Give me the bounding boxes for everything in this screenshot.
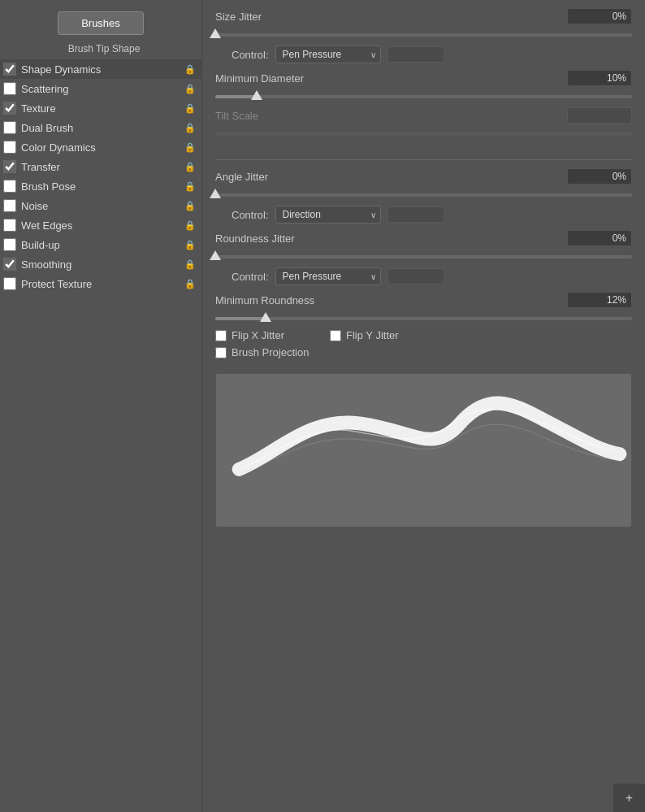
sidebar-item-label: Texture [21,102,184,115]
size-jitter-label: Size Jitter [215,11,567,23]
brush-projection-checkbox[interactable] [215,347,227,358]
size-jitter-slider[interactable] [215,28,632,42]
angle-jitter-row: Angle Jitter [215,168,632,185]
lock-icon: 🔒 [184,238,197,251]
angle-jitter-control-label: Control: [232,209,269,221]
brush-tip-shape-label: Brush Tip Shape [0,43,201,54]
angle-jitter-control-row: Control: Direction Off Fade Pen Pressure… [215,206,632,224]
flip-y-jitter-checkbox[interactable] [330,330,341,341]
lock-icon: 🔒 [184,102,197,115]
angle-jitter-slider[interactable] [215,188,632,202]
flip-row: Flip X Jitter Flip Y Jitter [215,329,632,341]
minimum-roundness-value[interactable] [567,292,632,308]
lock-icon: 🔒 [184,258,197,271]
flip-y-jitter-label: Flip Y Jitter [346,329,399,341]
brush-projection-item[interactable]: Brush Projection [215,346,309,358]
noise-checkbox[interactable] [3,199,16,212]
protect-texture-checkbox[interactable] [3,277,16,290]
lock-icon: 🔒 [184,63,197,76]
brushes-button[interactable]: Brushes [58,11,144,35]
sidebar-item-noise[interactable]: Noise 🔒 [0,196,201,215]
sidebar-item-label: Shape Dynamics [21,63,184,76]
angle-jitter-control-select[interactable]: Direction Off Fade Pen Pressure Pen Tilt… [275,206,381,224]
roundness-select-wrapper: Pen Pressure Off Fade Pen Tilt Stylus Wh… [275,267,381,285]
roundness-control-value[interactable] [387,268,444,284]
minimum-diameter-slider[interactable] [215,89,632,104]
sidebar-item-label: Dual Brush [21,122,184,134]
lock-icon: 🔒 [184,219,197,232]
minimum-diameter-label: Minimum Diameter [215,72,567,85]
brush-preview [215,373,632,528]
dual-brush-checkbox[interactable] [3,121,16,134]
brush-stroke-svg [216,374,631,527]
roundness-control-label: Control: [232,271,269,283]
sidebar-item-label: Noise [21,200,184,212]
brush-projection-label: Brush Projection [232,346,309,358]
sidebar-item-wet-edges[interactable]: Wet Edges 🔒 [0,215,201,235]
sidebar-item-dual-brush[interactable]: Dual Brush 🔒 [0,118,201,137]
shape-dynamics-checkbox[interactable] [3,63,16,76]
roundness-control-select[interactable]: Pen Pressure Off Fade Pen Tilt Stylus Wh… [275,267,381,285]
brush-pose-checkbox[interactable] [3,180,16,193]
lock-icon: 🔒 [184,141,197,154]
lock-icon: 🔒 [184,121,197,134]
roundness-jitter-value[interactable] [567,230,632,246]
sidebar-item-label: Smoothing [21,258,184,271]
smoothing-checkbox[interactable] [3,258,16,271]
sidebar-item-scattering[interactable]: Scattering 🔒 [0,79,201,98]
size-jitter-row: Size Jitter [215,8,632,24]
roundness-control-row: Control: Pen Pressure Off Fade Pen Tilt … [215,267,632,285]
roundness-jitter-slider[interactable] [215,250,632,264]
sidebar-item-protect-texture[interactable]: Protect Texture 🔒 [0,274,201,293]
lock-icon: 🔒 [184,160,197,173]
minimum-diameter-value[interactable] [567,70,632,86]
sidebar-item-texture[interactable]: Texture 🔒 [0,98,201,118]
minimum-diameter-row: Minimum Diameter [215,70,632,86]
minimum-roundness-label: Minimum Roundness [215,294,567,306]
size-jitter-control-label: Control: [232,49,269,61]
sidebar-item-label: Brush Pose [21,180,184,193]
minimum-roundness-slider[interactable] [215,311,632,326]
roundness-jitter-label: Roundness Jitter [215,232,567,245]
lock-icon: 🔒 [184,199,197,212]
angle-jitter-value[interactable] [567,168,632,185]
flip-x-jitter-item[interactable]: Flip X Jitter [215,329,284,341]
sidebar-item-transfer[interactable]: Transfer 🔒 [0,157,201,176]
texture-checkbox[interactable] [3,102,16,115]
transfer-checkbox[interactable] [3,160,16,173]
minimum-roundness-row: Minimum Roundness [215,292,632,308]
tilt-scale-slider[interactable] [215,127,632,141]
angle-jitter-select-wrapper: Direction Off Fade Pen Pressure Pen Tilt… [275,206,381,224]
angle-jitter-control-value[interactable] [387,206,444,223]
flip-y-jitter-item[interactable]: Flip Y Jitter [330,329,399,341]
sidebar-item-label: Color Dynamics [21,141,184,154]
sidebar-item-label: Transfer [21,161,184,173]
sidebar-item-smoothing[interactable]: Smoothing 🔒 [0,254,201,274]
build-up-checkbox[interactable] [3,238,16,251]
sidebar-item-label: Wet Edges [21,219,184,232]
sidebar-item-label: Build-up [21,239,184,251]
size-jitter-control-row: Control: Pen Pressure Off Fade Pen Tilt … [215,46,632,63]
add-button[interactable]: + [613,783,645,812]
tilt-scale-row: Tilt Scale [215,107,632,124]
size-jitter-control-select[interactable]: Pen Pressure Off Fade Pen Tilt Stylus Wh… [275,46,381,63]
wet-edges-checkbox[interactable] [3,219,16,232]
size-jitter-select-wrapper: Pen Pressure Off Fade Pen Tilt Stylus Wh… [275,46,381,63]
size-jitter-control-value[interactable] [387,46,444,63]
sidebar-item-color-dynamics[interactable]: Color Dynamics 🔒 [0,137,201,157]
sidebar-item-brush-pose[interactable]: Brush Pose 🔒 [0,176,201,196]
flip-x-jitter-checkbox[interactable] [215,330,227,341]
sidebar-item-label: Scattering [21,83,184,95]
lock-icon: 🔒 [184,82,197,95]
flip-x-jitter-label: Flip X Jitter [232,329,284,341]
roundness-jitter-row: Roundness Jitter [215,230,632,246]
sidebar-item-build-up[interactable]: Build-up 🔒 [0,235,201,254]
section-divider-1 [215,159,632,160]
tilt-scale-value[interactable] [567,107,632,124]
color-dynamics-checkbox[interactable] [3,141,16,154]
sidebar: Brushes Brush Tip Shape Shape Dynamics 🔒… [0,0,202,812]
size-jitter-value[interactable] [567,8,632,24]
scattering-checkbox[interactable] [3,82,16,95]
sidebar-item-shape-dynamics[interactable]: Shape Dynamics 🔒 [0,59,201,79]
brush-projection-row: Brush Projection [215,346,632,358]
